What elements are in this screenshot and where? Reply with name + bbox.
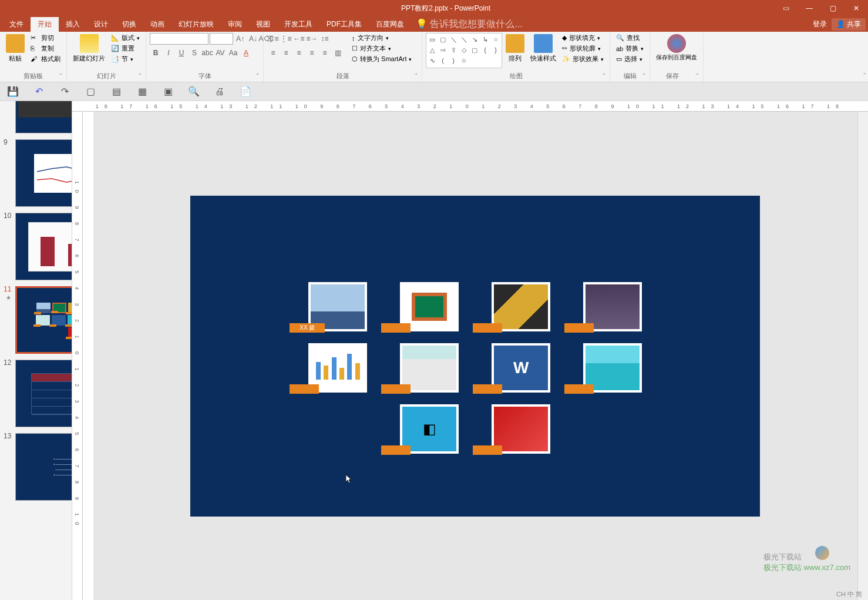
tab-transition[interactable]: 切换 <box>115 17 143 32</box>
ribbon-collapse-button[interactable]: ˇ <box>863 72 866 79</box>
shape-rect-icon[interactable]: ▭ <box>428 35 437 44</box>
image-card-9[interactable]: ◧ <box>400 404 459 454</box>
qa-btn-7[interactable]: ▣ <box>162 86 174 98</box>
arrange-button[interactable]: 排列 <box>503 33 527 64</box>
qa-btn-6[interactable]: ▦ <box>136 86 148 98</box>
line-spacing-button[interactable]: ↕≡ <box>319 33 331 45</box>
thumbnail-slide-9[interactable]: 9 🔍 <box>5 139 67 207</box>
format-painter-button[interactable]: 格式刷 <box>28 54 63 64</box>
tab-devtools[interactable]: 开发工具 <box>277 17 319 32</box>
convert-smartart-button[interactable]: ⬡ 转换为 SmartArt <box>349 54 414 64</box>
shrink-font-button[interactable]: A↓ <box>247 33 259 45</box>
layout-button[interactable]: 📐 版式 <box>109 33 142 43</box>
tab-design[interactable]: 设计 <box>87 17 115 32</box>
grow-font-button[interactable]: A↑ <box>234 33 246 45</box>
qa-btn-10[interactable]: 📄 <box>240 86 251 98</box>
maximize-icon[interactable]: ▢ <box>821 0 845 16</box>
redo-button[interactable]: ↷ <box>59 86 70 98</box>
undo-button[interactable]: ↶ <box>33 86 45 98</box>
justify-button[interactable]: ≡ <box>306 47 318 59</box>
shape-curve-icon[interactable]: ∿ <box>428 56 437 65</box>
shape-fill-button[interactable]: ◆ 形状填充 <box>560 33 606 43</box>
qa-btn-4[interactable]: ▢ <box>85 86 96 98</box>
tab-animation[interactable]: 动画 <box>143 17 171 32</box>
shape-brace2-icon[interactable]: } <box>491 45 500 55</box>
distribute-button[interactable]: ≡ <box>319 47 331 59</box>
image-card-2[interactable] <box>400 282 459 331</box>
decrease-indent-button[interactable]: ←≡ <box>293 33 305 45</box>
image-card-3[interactable] <box>492 282 550 331</box>
shape-oval-icon[interactable]: ○ <box>491 35 500 44</box>
image-card-7[interactable]: W <box>492 343 550 393</box>
align-text-button[interactable]: ☐ 对齐文本 <box>349 43 414 53</box>
image-card-6[interactable] <box>400 343 459 393</box>
shape-paren-icon[interactable]: ( <box>438 56 448 65</box>
numbering-button[interactable]: ⋮≡ <box>280 33 292 45</box>
shape-brace-icon[interactable]: { <box>480 45 490 55</box>
login-button[interactable]: 登录 <box>813 19 827 29</box>
italic-button[interactable]: I <box>163 47 174 59</box>
bold-button[interactable]: B <box>150 47 162 59</box>
thumbnails-panel[interactable]: 9 🔍 10 🔍 11 ★ <box>0 101 72 600</box>
paste-button[interactable]: 粘贴 <box>4 33 27 64</box>
save-to-baidu-button[interactable]: 保存到百度网盘 <box>654 33 699 62</box>
find-button[interactable]: 🔍 查找 <box>614 33 646 43</box>
change-case-button[interactable]: Aa <box>227 47 239 59</box>
shape-outline-button[interactable]: ✏ 形状轮廓 <box>560 43 606 53</box>
shape-roundrect-icon[interactable]: ▢ <box>470 45 479 55</box>
columns-button[interactable]: ▥ <box>332 47 344 59</box>
shape-star-icon[interactable]: ☆ <box>459 56 469 65</box>
shape-uarrow-icon[interactable]: ⇧ <box>449 45 458 55</box>
thumbnail-slide-8[interactable] <box>5 101 67 133</box>
shape-connector-icon[interactable]: ↳ <box>480 35 490 44</box>
thumbnail-slide-12[interactable]: 12 <box>5 360 67 427</box>
image-card-5[interactable] <box>308 343 367 393</box>
ribbon-collapse-icon[interactable]: ▭ <box>774 0 798 16</box>
align-center-button[interactable]: ≡ <box>280 47 292 59</box>
section-button[interactable]: 📑 节 <box>109 54 142 64</box>
thumbnail-slide-11[interactable]: 11 ★ <box>5 286 67 354</box>
tab-slideshow[interactable]: 幻灯片放映 <box>171 17 221 32</box>
image-card-8[interactable] <box>583 343 642 393</box>
shape-square-icon[interactable]: ▢ <box>438 35 448 44</box>
underline-button[interactable]: U <box>176 47 187 59</box>
shape-diamond-icon[interactable]: ◇ <box>459 45 469 55</box>
quick-styles-button[interactable]: 快速样式 <box>528 33 559 64</box>
shape-rarrow-icon[interactable]: ⇨ <box>438 45 448 55</box>
shape-paren2-icon[interactable]: ) <box>449 56 458 65</box>
font-size-select[interactable] <box>210 33 233 45</box>
new-slide-button[interactable]: 新建幻灯片 <box>70 33 107 64</box>
tell-me-input[interactable]: 💡 告诉我您想要做什么... <box>416 18 523 31</box>
tab-review[interactable]: 审阅 <box>221 17 249 32</box>
shape-arrow-icon[interactable]: ↘ <box>470 35 479 44</box>
image-card-4[interactable] <box>583 282 642 331</box>
increase-indent-button[interactable]: ≡→ <box>306 33 318 45</box>
tab-insert[interactable]: 插入 <box>59 17 87 32</box>
image-card-1[interactable]: XX 摄 <box>308 282 367 331</box>
select-button[interactable]: ▭ 选择 <box>614 54 646 64</box>
cut-button[interactable]: 剪切 <box>28 33 63 43</box>
shape-line-icon[interactable]: ＼ <box>449 35 458 44</box>
slide-canvas[interactable]: XX 摄 W ◧ <box>93 112 857 600</box>
image-card-10[interactable] <box>492 404 550 454</box>
thumbnail-slide-10[interactable]: 10 🔍 <box>5 213 67 280</box>
strikethrough-button[interactable]: S <box>189 47 200 59</box>
tab-start[interactable]: 开始 <box>31 17 59 32</box>
tab-view[interactable]: 视图 <box>249 17 277 32</box>
bullets-button[interactable]: ⋮≡ <box>267 33 279 45</box>
save-button[interactable]: 💾 <box>7 86 19 98</box>
horizontal-ruler[interactable]: 18 17 16 15 14 13 12 11 10 9 8 7 6 5 4 3… <box>72 101 868 112</box>
reset-button[interactable]: 🔄 重置 <box>109 43 142 53</box>
share-button[interactable]: 👤 共享 <box>832 18 866 31</box>
shapes-gallery[interactable]: ▭ ▢ ＼ ＼ ↘ ↳ ○ △ ⇨ ⇧ ◇ ▢ { } ∿ ( ) ☆ <box>426 33 502 68</box>
text-direction-button[interactable]: ↕ 文字方向 <box>349 33 414 43</box>
tab-pdf[interactable]: PDF工具集 <box>319 17 369 32</box>
vertical-ruler[interactable]: 10 9 8 7 6 5 4 3 2 1 0 1 2 3 4 5 6 7 8 9… <box>72 112 83 600</box>
align-right-button[interactable]: ≡ <box>293 47 305 59</box>
shape-line2-icon[interactable]: ＼ <box>459 35 469 44</box>
qa-btn-9[interactable]: 🖨 <box>214 86 226 98</box>
qa-btn-5[interactable]: ▤ <box>110 86 122 98</box>
close-icon[interactable]: ✕ <box>845 0 868 16</box>
shape-effects-button[interactable]: ✨ 形状效果 <box>560 54 606 64</box>
font-family-select[interactable] <box>150 33 208 45</box>
